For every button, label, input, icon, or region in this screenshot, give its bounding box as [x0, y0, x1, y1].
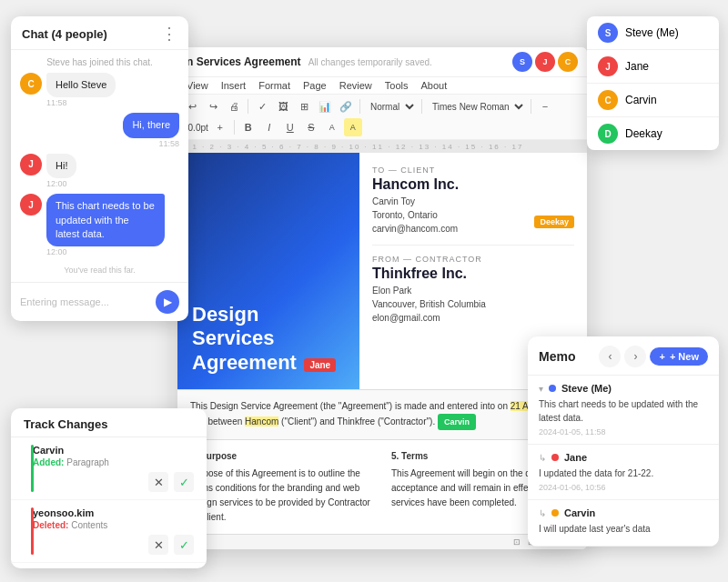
menu-about[interactable]: About [420, 80, 447, 91]
track-change-inner: Carvin Added: Paragraph ✕ ✓ [24, 445, 194, 492]
track-change-inner: yeonsoo.kim Deleted: Contents ✕ ✓ [24, 507, 194, 555]
doc-separator [372, 245, 574, 246]
avatar: S [512, 52, 532, 72]
purpose-col: 4. Purpose purpose of this Agreement is … [190, 449, 373, 525]
avatar: J [20, 154, 42, 176]
toolbar-print[interactable]: 🖨 [225, 97, 243, 115]
track-action-detail: Paragraph [66, 457, 109, 467]
chat-body: C Hello Steve 11:58 Hi, there 11:58 J Hi… [11, 69, 188, 282]
track-action-type: Added: [33, 457, 66, 467]
memo-back-button[interactable]: ‹ [599, 346, 621, 367]
people-item-carvin[interactable]: C Carvin [587, 84, 719, 116]
reply-icon: ↳ [539, 508, 546, 518]
message-time: 12:00 [46, 247, 165, 256]
font-style-select[interactable]: Normal [365, 101, 417, 113]
body-hancom: Hancom [245, 416, 278, 426]
toolbar-table[interactable]: ⊞ [295, 97, 313, 115]
plus-icon: + [659, 351, 664, 362]
menu-insert[interactable]: Insert [221, 80, 247, 91]
toolbar-divider [421, 99, 422, 114]
people-item-deekay[interactable]: D Deekay [587, 117, 719, 150]
toolbar-image[interactable]: 🖼 [274, 97, 292, 115]
message-time: 11:58 [46, 98, 116, 107]
track-action-detail: Contents [71, 520, 107, 530]
chat-message-row: C Hello Steve 11:58 [20, 73, 179, 107]
track-changes-panel: Track Changes Carvin Added: Paragraph ✕ … [11, 408, 207, 568]
memo-message: I will update last year's data [539, 522, 708, 536]
toolbar-redo[interactable]: ↪ [204, 97, 222, 115]
toolbar-decrease-font[interactable]: − [536, 97, 554, 115]
avatar: C [20, 73, 42, 95]
doc-toolbar: ↩ ↪ 🖨 ✓ 🖼 ⊞ 📊 🔗 Normal Times New Roman −… [177, 95, 587, 140]
memo-author-row: ▾ Steve (Me) [539, 383, 708, 394]
author-dot [549, 385, 556, 392]
track-delete-bar [31, 507, 34, 555]
avatar: J [20, 194, 42, 216]
doc-avatar-row: S J C [512, 52, 578, 72]
menu-review[interactable]: Review [339, 80, 372, 91]
chat-system-message: Steve has joined this chat. [11, 50, 188, 69]
contractor-contact: Elon Park Vancouver, British Columbia el… [372, 284, 574, 325]
toolbar-divider [531, 99, 531, 114]
people-item-steve[interactable]: S Steve (Me) [587, 16, 719, 49]
memo-forward-button[interactable]: › [624, 346, 646, 367]
doc-body-text: This Design Service Agreement (the "Agre… [177, 389, 587, 439]
toolbar-increase-font[interactable]: + [211, 118, 229, 136]
chat-message-row: Hi, there 11:58 [20, 113, 179, 147]
client-name: Hancom Inc. [372, 176, 574, 193]
reply-icon: ↳ [539, 453, 546, 463]
memo-author-name: Carvin [564, 507, 595, 518]
body-intro: This Design Service Agreement (the "Agre… [190, 401, 511, 411]
memo-section: ↳ Carvin I will update last year's data [528, 500, 719, 547]
toolbar-highlight[interactable]: A [344, 118, 362, 136]
menu-view[interactable]: View [187, 80, 208, 91]
chat-input[interactable]: Entering message... [20, 296, 109, 307]
menu-tools[interactable]: Tools [385, 80, 409, 91]
toolbar-divider [248, 99, 248, 114]
menu-page[interactable]: Page [303, 80, 327, 91]
bubble-text: Hi, there [123, 113, 179, 137]
doc-status-bar: on : 1 ⊡ ⊞ ⊠ 100% [177, 534, 587, 549]
menu-format[interactable]: Format [258, 80, 290, 91]
memo-title: Memo [539, 349, 575, 364]
chat-header: Chat (4 people) ⋮ [11, 16, 188, 50]
toolbar-font-color[interactable]: A [323, 118, 341, 136]
memo-nav: ‹ › + + New [599, 346, 708, 367]
track-reject-button[interactable]: ✕ [148, 535, 168, 555]
toolbar-underline[interactable]: U [281, 118, 299, 136]
collapse-icon[interactable]: ▾ [539, 384, 543, 394]
status-icon-1[interactable]: ⊡ [513, 537, 521, 547]
font-family-select[interactable]: Times New Roman [427, 101, 526, 113]
toolbar-chart[interactable]: 📊 [316, 97, 334, 115]
toolbar-italic[interactable]: I [260, 118, 278, 136]
doc-menubar: View Insert Format Page Review Tools Abo… [177, 77, 587, 95]
memo-new-button[interactable]: + + New [650, 347, 708, 366]
memo-author-name: Jane [564, 452, 587, 463]
author-dot [551, 509, 559, 517]
author-dot [551, 454, 559, 461]
doc-content: Design Services Agreement Jane TO — CLIE… [177, 153, 587, 389]
toolbar-divider [234, 120, 235, 135]
people-item-jane[interactable]: J Jane [587, 50, 719, 83]
heading-jane-tag: Jane [304, 358, 336, 372]
toolbar-divider [359, 99, 360, 114]
doc-content-area: Design Services Agreement Jane TO — CLIE… [177, 153, 587, 549]
track-reject-button[interactable]: ✕ [148, 472, 168, 492]
track-accept-button[interactable]: ✓ [174, 472, 194, 492]
toolbar-strikethrough[interactable]: S [302, 118, 320, 136]
doc-body-cols: 4. Purpose purpose of this Agreement is … [177, 439, 587, 534]
track-accept-button[interactable]: ✓ [174, 535, 194, 555]
memo-author-name: Steve (Me) [561, 383, 612, 394]
send-icon: ▶ [164, 296, 172, 308]
toolbar-spell[interactable]: ✓ [253, 97, 271, 115]
chat-menu-button[interactable]: ⋮ [161, 25, 177, 42]
toolbar-link[interactable]: 🔗 [337, 97, 355, 115]
avatar: D [598, 124, 618, 144]
send-button[interactable]: ▶ [156, 290, 179, 314]
memo-author-row: ↳ Carvin [539, 507, 708, 518]
toolbar-bold[interactable]: B [239, 118, 258, 136]
doc-ruler: · 1 · 2 · 3 · 4 · 5 · 6 · 7 · 8 · 9 · 10… [177, 140, 587, 153]
doc-cover-panel: Design Services Agreement Jane [177, 153, 359, 389]
message-bubble: Hi, there 11:58 [123, 113, 179, 147]
message-time: 12:00 [46, 179, 76, 188]
